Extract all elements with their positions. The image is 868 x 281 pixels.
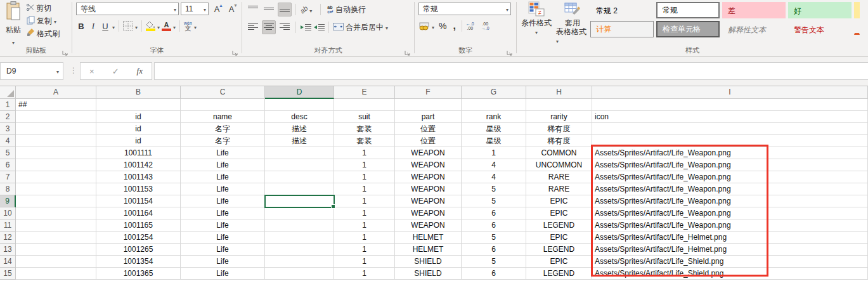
cell-I12[interactable]: Assets/Sprites/Artifact/Life_Helmet.png xyxy=(592,232,868,244)
cell-I1[interactable] xyxy=(592,99,868,111)
row-header-7[interactable]: 7 xyxy=(0,171,16,183)
cell-A2[interactable] xyxy=(16,111,96,123)
merge-center-caret-icon[interactable] xyxy=(385,23,388,32)
cell-E15[interactable]: 1 xyxy=(334,268,395,280)
copy-dropdown-caret-icon[interactable] xyxy=(54,16,56,25)
align-top-button[interactable] xyxy=(246,3,260,16)
row-header-1[interactable]: 1 xyxy=(0,99,16,111)
row-header-13[interactable]: 13 xyxy=(0,244,16,256)
cell-G3[interactable]: 星级 xyxy=(462,123,526,135)
cell-B9[interactable]: 1001154 xyxy=(96,195,181,207)
name-box[interactable]: D9 xyxy=(0,62,63,80)
cell-A7[interactable] xyxy=(16,171,96,183)
phonetic-caret-icon[interactable] xyxy=(194,20,197,32)
cell-H11[interactable]: LEGEND xyxy=(526,219,592,232)
cell-F8[interactable]: WEAPON xyxy=(395,183,462,195)
cell-F2[interactable]: part xyxy=(395,111,462,123)
cell-F13[interactable]: HELMET xyxy=(395,244,462,256)
cell-F7[interactable]: WEAPON xyxy=(395,171,462,183)
cell-A10[interactable] xyxy=(16,207,96,219)
column-header-G[interactable]: G xyxy=(462,86,526,99)
cell-D4[interactable]: 描述 xyxy=(265,135,334,147)
cell-style-warning-text[interactable]: 警告文本 xyxy=(788,21,852,37)
row-header-11[interactable]: 11 xyxy=(0,219,16,232)
fill-handle[interactable] xyxy=(331,204,335,209)
cell-I9[interactable]: Assets/Sprites/Artifact/Life_Weapon.png xyxy=(592,195,868,207)
column-header-D[interactable]: D xyxy=(265,86,334,99)
cell-C10[interactable]: Life xyxy=(181,207,265,219)
row-header-10[interactable]: 10 xyxy=(0,207,16,219)
cell-B12[interactable]: 1001254 xyxy=(96,232,181,244)
cell-E6[interactable]: 1 xyxy=(334,159,395,171)
cell-I11[interactable]: Assets/Sprites/Artifact/Life_Weapon.png xyxy=(592,219,868,232)
cell-D8[interactable] xyxy=(265,183,334,195)
cell-E14[interactable]: 1 xyxy=(334,256,395,268)
cell-B3[interactable]: id xyxy=(96,123,181,135)
cell-G10[interactable]: 6 xyxy=(462,207,526,219)
cell-B1[interactable] xyxy=(96,99,181,111)
cell-D7[interactable] xyxy=(265,171,334,183)
cell-F5[interactable]: WEAPON xyxy=(395,147,462,159)
cell-H6[interactable]: UNCOMMON xyxy=(526,159,592,171)
cell-E1[interactable] xyxy=(334,99,395,111)
cell-F6[interactable]: WEAPON xyxy=(395,159,462,171)
conditional-formatting-button[interactable]: ≠ 条件格式 xyxy=(518,1,555,36)
cell-C3[interactable]: 名字 xyxy=(181,123,265,135)
increase-font-size-button[interactable]: A▲ xyxy=(211,4,223,14)
cell-G1[interactable] xyxy=(462,99,526,111)
increase-indent-button[interactable] xyxy=(313,23,325,31)
column-header-I[interactable]: I xyxy=(592,86,868,99)
cell-A13[interactable] xyxy=(16,244,96,256)
select-all-corner[interactable] xyxy=(0,86,16,99)
cell-B2[interactable]: id xyxy=(96,111,181,123)
cell-A1[interactable]: ## xyxy=(16,99,96,111)
column-header-B[interactable]: B xyxy=(96,86,181,99)
cell-D1[interactable] xyxy=(265,99,334,111)
cell-B4[interactable]: id xyxy=(96,135,181,147)
cell-B5[interactable]: 1001111 xyxy=(96,147,181,159)
font-color-caret-icon[interactable] xyxy=(173,20,176,32)
format-painter-button[interactable]: 格式刷 xyxy=(27,27,60,40)
cell-style-neutral-partial[interactable] xyxy=(854,2,860,18)
align-left-button[interactable] xyxy=(246,20,260,34)
copy-button[interactable]: 复制 xyxy=(27,15,60,27)
cell-A6[interactable] xyxy=(16,159,96,171)
cell-I10[interactable]: Assets/Sprites/Artifact/Life_Weapon.png xyxy=(592,207,868,219)
decrease-font-size-button[interactable]: A▼ xyxy=(225,4,238,14)
cell-E8[interactable]: 1 xyxy=(334,183,395,195)
cell-D2[interactable]: desc xyxy=(265,111,334,123)
accounting-format-button[interactable] xyxy=(418,22,430,30)
cell-B7[interactable]: 1001143 xyxy=(96,171,181,183)
cell-style-bad[interactable]: 差 xyxy=(722,2,786,18)
cell-D14[interactable] xyxy=(265,256,334,268)
cell-B8[interactable]: 1001153 xyxy=(96,183,181,195)
cell-D11[interactable] xyxy=(265,219,334,232)
paste-dropdown-caret-icon[interactable] xyxy=(12,36,15,47)
cell-H1[interactable] xyxy=(526,99,592,111)
cell-B14[interactable]: 1001354 xyxy=(96,256,181,268)
cell-E2[interactable]: suit xyxy=(334,111,395,123)
font-size-combo[interactable]: 11 xyxy=(181,3,209,15)
italic-button[interactable]: I xyxy=(88,21,98,31)
row-header-6[interactable]: 6 xyxy=(0,159,16,171)
cell-C6[interactable]: Life xyxy=(181,159,265,171)
cell-H8[interactable]: RARE xyxy=(526,183,592,195)
cell-B6[interactable]: 1001142 xyxy=(96,159,181,171)
cut-button[interactable]: 剪切 xyxy=(27,2,60,15)
cell-G11[interactable]: 6 xyxy=(462,219,526,232)
cell-E4[interactable]: 套装 xyxy=(334,135,395,147)
align-center-button[interactable] xyxy=(262,20,276,34)
cell-H3[interactable]: 稀有度 xyxy=(526,123,592,135)
fill-color-button[interactable] xyxy=(146,22,155,31)
cell-H13[interactable]: LEGEND xyxy=(526,244,592,256)
cell-H5[interactable]: COMMON xyxy=(526,147,592,159)
formula-input[interactable] xyxy=(154,62,868,80)
cell-A12[interactable] xyxy=(16,232,96,244)
fill-color-caret-icon[interactable] xyxy=(157,20,160,32)
cell-G6[interactable]: 4 xyxy=(462,159,526,171)
increase-decimal-button[interactable]: ←.0 .00 xyxy=(466,22,474,30)
cell-H15[interactable]: LEGEND xyxy=(526,268,592,280)
clipboard-dialog-launcher[interactable] xyxy=(62,48,70,55)
paste-button[interactable]: 粘贴 xyxy=(3,1,24,41)
cell-I14[interactable]: Assets/Sprites/Artifact/Life_Shield.png xyxy=(592,256,868,268)
